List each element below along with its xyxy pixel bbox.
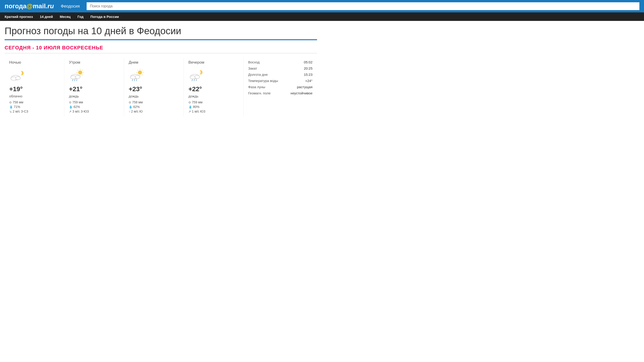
logo-pogoda: погода (4, 2, 26, 10)
period-day-label: Днем (129, 60, 179, 65)
period-evening-pressure: ⊙ 759 мм (188, 100, 239, 104)
humidity-icon: 💧 (69, 105, 72, 109)
wind-arrow-icon: ↗ (188, 110, 191, 113)
svg-line-15 (72, 79, 73, 81)
nav-brief[interactable]: Краткий прогноз (4, 15, 33, 18)
pressure-icon: ⊙ (129, 100, 131, 104)
period-day-temp: +23° (129, 86, 179, 93)
info-row-sunrise: Восход 05:02 (248, 60, 312, 64)
wind-arrow-icon: ↘ (9, 110, 12, 113)
current-city: Феодосия (61, 4, 80, 9)
info-value-moon: растущая (297, 85, 312, 89)
wind-arrow-icon: ↗ (69, 110, 72, 113)
nav-year[interactable]: Год (78, 15, 84, 18)
info-label-daylength: Долгота дня (248, 72, 268, 76)
info-row-sunset: Закат 20:25 (248, 66, 312, 70)
logo-at: @ (26, 2, 33, 10)
period-night-pressure: ⊙ 758 мм (9, 100, 60, 104)
logo[interactable]: погода@mail.ru (4, 2, 54, 10)
svg-line-17 (76, 79, 77, 81)
period-evening: Вечером +22° дождь ⊙ 75 (184, 58, 244, 116)
period-evening-condition: дождь (188, 94, 239, 98)
period-night-label: Ночью (9, 60, 60, 65)
svg-line-10 (82, 70, 83, 70)
period-day: Днем (124, 58, 184, 116)
info-value-watertemp: +24° (305, 79, 312, 83)
weather-grid: Ночью +19° облачно ⊙ 758 мм 💧 71% (4, 58, 317, 116)
svg-point-18 (138, 70, 142, 75)
period-evening-wind: ↗ 1 м/с ЮЗ (188, 110, 239, 113)
svg-line-31 (134, 79, 135, 81)
info-label-watertemp: Температура воды (248, 79, 278, 83)
period-night-wind: ↘ 2 м/с З-СЗ (9, 110, 60, 113)
period-morning: Утром (64, 58, 124, 116)
period-morning-pressure: ⊙ 759 мм (69, 100, 119, 104)
period-morning-wind: ↗ 3 м/с З-ЮЗ (69, 110, 119, 113)
pressure-icon: ⊙ (9, 100, 12, 104)
svg-point-14 (75, 75, 80, 78)
svg-line-32 (136, 79, 137, 81)
info-row-geomag: Геомагн. поле неустойчивое (248, 91, 312, 95)
page-title: Прогноз погоды на 10 дней в Феодосии (4, 26, 317, 36)
info-value-sunset: 20:25 (304, 66, 312, 70)
info-row-moon: Фаза луны растущая (248, 85, 312, 89)
period-evening-humidity: 💧 80% (188, 105, 239, 109)
humidity-icon: 💧 (188, 105, 192, 109)
pressure-icon: ⊙ (69, 100, 72, 104)
main-content: Прогноз погоды на 10 дней в Феодосии СЕГ… (0, 21, 322, 121)
period-day-humidity: 💧 62% (129, 105, 179, 109)
info-value-sunrise: 05:02 (304, 60, 312, 64)
svg-point-29 (135, 75, 140, 78)
period-evening-label: Вечером (188, 60, 239, 65)
nav-russia[interactable]: Погода в России (90, 15, 119, 18)
svg-point-35 (195, 75, 200, 78)
period-evening-icon (188, 67, 239, 83)
info-label-sunset: Закат (248, 66, 257, 70)
gray-divider (4, 53, 317, 53)
wind-arrow-icon: ↑ (129, 110, 130, 113)
info-row-daylength: Долгота дня 15:23 (248, 72, 312, 76)
nav-14days[interactable]: 14 дней (40, 15, 53, 18)
logo-mail: mail (33, 2, 46, 10)
period-night-icon (9, 67, 60, 83)
svg-line-16 (75, 79, 75, 81)
logo-ru: .ru (46, 2, 54, 10)
today-header: СЕГОДНЯ - 10 ИЮЛЯ ВОСКРЕСЕНЬЕ (4, 45, 317, 51)
info-panel: Восход 05:02 Закат 20:25 Долгота дня 15:… (244, 58, 317, 100)
search-input[interactable] (86, 2, 640, 10)
nav-month[interactable]: Месяц (60, 15, 70, 18)
svg-point-2 (16, 76, 20, 80)
nav-bar: Краткий прогноз 14 дней Месяц Год Погода… (0, 12, 644, 21)
period-day-wind: ↑ 2 м/с Ю (129, 110, 179, 113)
period-day-condition: дождь (129, 94, 179, 98)
period-night: Ночью +19° облачно ⊙ 758 мм 💧 71% (4, 58, 64, 116)
info-label-moon: Фаза луны (248, 85, 265, 89)
period-day-pressure: ⊙ 758 мм (129, 100, 179, 104)
svg-line-37 (194, 79, 194, 81)
svg-line-30 (132, 79, 133, 81)
period-night-condition: облачно (9, 94, 60, 98)
svg-line-24 (142, 74, 143, 75)
svg-line-23 (138, 70, 138, 70)
info-label-geomag: Геомагн. поле (248, 91, 271, 95)
period-morning-condition: дождь (69, 94, 119, 98)
svg-line-9 (82, 74, 83, 75)
info-value-geomag: неустойчивое (291, 91, 312, 95)
info-row-watertemp: Температура воды +24° (248, 79, 312, 83)
svg-line-36 (192, 79, 192, 81)
period-morning-label: Утром (69, 60, 119, 65)
humidity-icon: 💧 (129, 105, 132, 109)
period-day-icon (129, 67, 179, 83)
period-night-temp: +19° (9, 86, 60, 93)
info-label-sunrise: Восход (248, 60, 260, 64)
period-morning-humidity: 💧 62% (69, 105, 119, 109)
svg-line-8 (78, 70, 78, 70)
svg-line-38 (196, 79, 196, 81)
header: погода@mail.ru Феодосия (0, 0, 644, 12)
period-evening-temp: +22° (188, 86, 239, 93)
pressure-icon: ⊙ (188, 100, 191, 104)
period-morning-temp: +21° (69, 86, 119, 93)
svg-point-3 (78, 70, 82, 75)
blue-divider (4, 39, 317, 40)
period-night-humidity: 💧 71% (9, 105, 60, 109)
